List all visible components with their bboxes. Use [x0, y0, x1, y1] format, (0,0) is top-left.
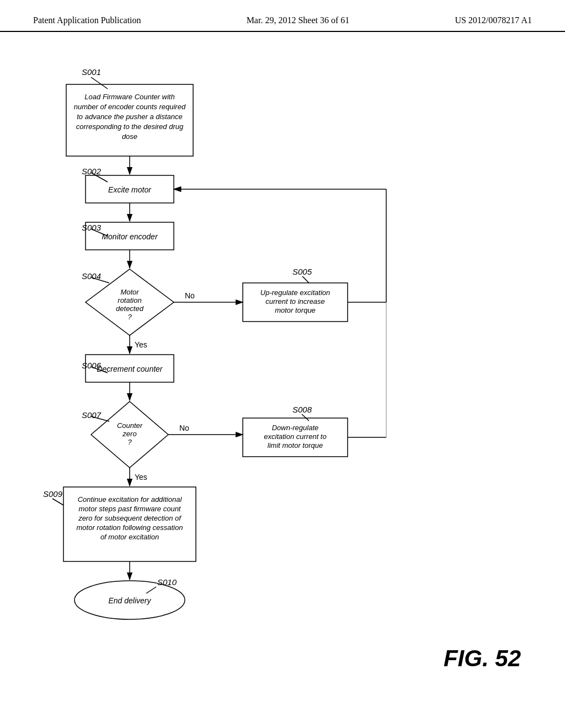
s004-text-3: detected [116, 304, 144, 313]
s008-label: S008 [292, 405, 312, 414]
header-publication: Patent Application Publication [33, 15, 141, 25]
diagram-area: S001 Load Firmware Counter with number o… [0, 32, 565, 716]
header-patent-number: US 2012/0078217 A1 [455, 15, 532, 25]
s002-text: Excite motor [108, 185, 152, 194]
s004-text-1: Motor [120, 288, 139, 296]
svg-line-1 [91, 77, 108, 89]
s005-text-1: Up-regulate excitation [260, 288, 330, 297]
s007-no-label: No [179, 424, 189, 432]
s010-text: End delivery [108, 596, 151, 605]
page-header: Patent Application Publication Mar. 29, … [0, 0, 565, 32]
s001-label: S001 [82, 67, 101, 77]
s004-text-4: ? [127, 313, 132, 321]
svg-line-9 [302, 276, 309, 283]
s005-text-2: current to increase [265, 297, 325, 306]
s005-text-3: motor torque [275, 306, 316, 314]
s007-text-3: ? [127, 438, 132, 446]
s001-text-2: number of encoder counts required [74, 103, 186, 111]
s005-label: S005 [292, 267, 312, 276]
s001-text-4: corresponding to the desired drug [76, 122, 184, 131]
s004-text-2: rotation [118, 296, 141, 304]
s001-text-1: Load Firmware Counter with [84, 93, 174, 101]
s009-text-5: of motor excitation [100, 533, 159, 541]
s002-label: S002 [82, 167, 102, 176]
s007-yes-label: Yes [135, 473, 147, 481]
s008-text-2: excitation current to [264, 432, 326, 441]
s001-text-3: to advance the pusher a distance [77, 113, 183, 121]
s007-text-2: zero [122, 430, 136, 438]
s001-text-5: dose [122, 132, 137, 141]
figure-label: FIG. 52 [444, 645, 521, 672]
s009-text-4: motor rotation following cessation [77, 523, 183, 532]
s003-label: S003 [82, 223, 102, 232]
s009-label: S009 [43, 489, 63, 499]
s008-text-3: limit motor torque [268, 441, 323, 449]
s004-yes-label: Yes [135, 340, 147, 349]
s007-text-1: Counter [117, 421, 143, 430]
s003-text: Monitor encoder [102, 232, 158, 241]
flowchart-svg: S001 Load Firmware Counter with number o… [0, 32, 565, 716]
svg-line-17 [302, 414, 309, 421]
s006-text: Decrement counter [97, 365, 163, 373]
s009-text-1: Continue excitation for additional [78, 495, 183, 504]
s004-no-label: No [185, 291, 195, 300]
s009-text-3: zero for subsequent detection of [78, 514, 182, 522]
s008-text-1: Down-regulate [272, 424, 319, 432]
svg-line-22 [52, 499, 63, 505]
s009-text-2: motor steps past firmware count [79, 505, 182, 513]
svg-line-24 [146, 587, 156, 593]
header-date-sheet: Mar. 29, 2012 Sheet 36 of 61 [247, 15, 350, 25]
s010-label: S010 [157, 577, 177, 587]
